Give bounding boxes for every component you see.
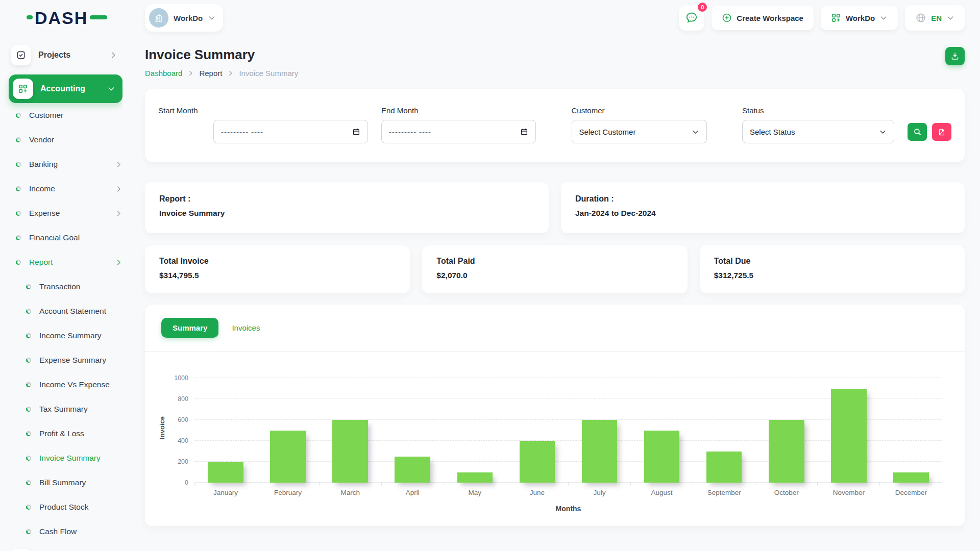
x-label-august: August bbox=[631, 489, 693, 496]
workspace-switcher[interactable]: WorkDo bbox=[145, 4, 223, 32]
bar-slot-september bbox=[693, 378, 755, 483]
sidebar-item-customer[interactable]: Customer bbox=[9, 103, 122, 128]
bar-october[interactable] bbox=[769, 420, 804, 483]
end-month-label: End Month bbox=[381, 106, 536, 115]
workdo-menu-button[interactable]: WorkDo bbox=[821, 6, 898, 30]
bar-march[interactable] bbox=[332, 420, 368, 483]
y-axis-title: Invoice bbox=[158, 416, 166, 439]
grid-plus-icon bbox=[831, 13, 841, 23]
sidebar-item-tax-summary[interactable]: Tax Summary bbox=[9, 397, 122, 421]
customer-select[interactable]: Select Customer bbox=[572, 120, 707, 143]
total-paid-value: $2,070.0 bbox=[436, 271, 673, 280]
bar-february[interactable] bbox=[270, 431, 306, 483]
breadcrumb: Dashboard Report Invoice Summary bbox=[145, 69, 298, 78]
sidebar-item-income-vs-expense[interactable]: Income Vs Expense bbox=[9, 372, 122, 397]
bullet-icon bbox=[26, 480, 31, 485]
bar-slot-february bbox=[257, 378, 319, 483]
reset-filter-button[interactable] bbox=[932, 123, 951, 141]
sidebar-item-transaction[interactable]: Transaction bbox=[9, 274, 122, 299]
bullet-icon bbox=[16, 211, 21, 216]
sidebar-item-report[interactable]: Report bbox=[9, 250, 122, 274]
download-button[interactable] bbox=[945, 47, 965, 65]
sidebar-item-expense-summary[interactable]: Expense Summary bbox=[9, 348, 122, 372]
messages-button[interactable]: 0 bbox=[679, 5, 704, 31]
workspace-avatar bbox=[149, 8, 168, 28]
bar-september[interactable] bbox=[706, 452, 742, 483]
duration-card: Duration : Jan-2024 to Dec-2024 bbox=[561, 182, 965, 233]
customer-label: Customer bbox=[572, 106, 707, 115]
start-month-input[interactable]: --------- ---- bbox=[213, 120, 368, 143]
search-icon bbox=[913, 128, 922, 136]
x-label-june: June bbox=[506, 489, 568, 496]
total-due-label: Total Due bbox=[714, 257, 950, 266]
bullet-icon bbox=[26, 284, 31, 289]
tab-invoices[interactable]: Invoices bbox=[232, 323, 260, 332]
end-month-input[interactable]: --------- ---- bbox=[381, 120, 536, 143]
sidebar-item-product-stock[interactable]: Product Stock bbox=[9, 495, 122, 519]
sidebar-item-financial-goal[interactable]: Financial Goal bbox=[9, 226, 122, 250]
invoice-bar-chart: Invoice 02004006008001000 JanuaryFebruar… bbox=[145, 352, 965, 513]
breadcrumb-report[interactable]: Report bbox=[199, 69, 222, 78]
sidebar-item-expense[interactable]: Expense bbox=[9, 201, 122, 226]
calendar-icon bbox=[520, 128, 528, 136]
bar-january[interactable] bbox=[208, 462, 243, 483]
bar-august[interactable] bbox=[644, 431, 680, 483]
sidebar-item-account-statement[interactable]: Account Statement bbox=[9, 299, 122, 323]
accounting-submenu: CustomerVendorBankingIncomeExpenseFinanc… bbox=[9, 103, 122, 274]
language-button[interactable]: EN bbox=[905, 5, 965, 31]
bar-slot-march bbox=[319, 378, 381, 483]
topbar-actions: 0 Create Workspace WorkDo EN bbox=[679, 5, 965, 31]
y-tick-label: 400 bbox=[178, 437, 188, 444]
report-card-label: Report : bbox=[159, 194, 534, 204]
breadcrumb-dashboard[interactable]: Dashboard bbox=[145, 69, 182, 78]
bar-may[interactable] bbox=[457, 472, 493, 483]
calendar-icon bbox=[352, 128, 360, 136]
chevron-right-icon bbox=[109, 51, 117, 59]
start-month-value: --------- ---- bbox=[221, 128, 263, 136]
x-label-march: March bbox=[319, 489, 381, 496]
sidebar-item-vendor[interactable]: Vendor bbox=[9, 128, 122, 152]
bullet-icon bbox=[16, 162, 21, 167]
sidebar-item-projects[interactable]: Projects bbox=[9, 43, 122, 67]
globe-icon bbox=[915, 12, 926, 23]
bar-november[interactable] bbox=[831, 389, 867, 483]
bullet-icon bbox=[16, 235, 21, 240]
bullet-icon bbox=[26, 309, 31, 314]
sidebar-item-cash-flow[interactable]: Cash Flow bbox=[9, 519, 122, 544]
sidebar-item-profit-loss[interactable]: Profit & Loss bbox=[9, 421, 122, 446]
bullet-icon bbox=[26, 333, 31, 338]
projects-checkbox-icon bbox=[11, 45, 31, 65]
apply-filter-button[interactable] bbox=[908, 123, 927, 141]
sidebar-item-accounting[interactable]: Accounting bbox=[9, 74, 122, 103]
app-logo[interactable]: DASH bbox=[0, 8, 122, 28]
bullet-icon bbox=[26, 456, 31, 461]
bullet-icon bbox=[16, 113, 21, 118]
bullet-icon bbox=[26, 358, 31, 363]
bar-april[interactable] bbox=[395, 457, 430, 483]
status-select[interactable]: Select Status bbox=[742, 120, 894, 143]
create-workspace-button[interactable]: Create Workspace bbox=[712, 6, 814, 30]
report-card-value: Invoice Summary bbox=[159, 209, 534, 218]
y-tick-label: 200 bbox=[178, 458, 188, 465]
sidebar-item-hrm[interactable]: HRM bbox=[9, 547, 122, 551]
building-icon bbox=[154, 13, 164, 23]
clear-filter-icon bbox=[938, 128, 946, 136]
bar-december[interactable] bbox=[893, 472, 929, 483]
bar-june[interactable] bbox=[520, 441, 555, 483]
sidebar-item-banking[interactable]: Banking bbox=[9, 152, 122, 177]
sidebar-item-income-summary[interactable]: Income Summary bbox=[9, 323, 122, 348]
tab-summary[interactable]: Summary bbox=[161, 318, 218, 338]
bar-slot-july bbox=[568, 378, 630, 483]
chevron-down-icon bbox=[107, 85, 115, 93]
y-tick-label: 800 bbox=[178, 395, 188, 403]
bar-july[interactable] bbox=[582, 420, 618, 483]
total-due-value: $312,725.5 bbox=[714, 271, 950, 280]
sidebar-item-bill-summary[interactable]: Bill Summary bbox=[9, 470, 122, 495]
sidebar-item-income[interactable]: Income bbox=[9, 177, 122, 201]
bullet-icon bbox=[26, 505, 31, 510]
x-label-may: May bbox=[444, 489, 506, 496]
bars-layer bbox=[194, 378, 942, 483]
chevron-right-icon bbox=[115, 161, 122, 168]
sidebar-item-invoice-summary[interactable]: Invoice Summary bbox=[9, 446, 122, 470]
chevron-down-icon bbox=[692, 128, 699, 136]
